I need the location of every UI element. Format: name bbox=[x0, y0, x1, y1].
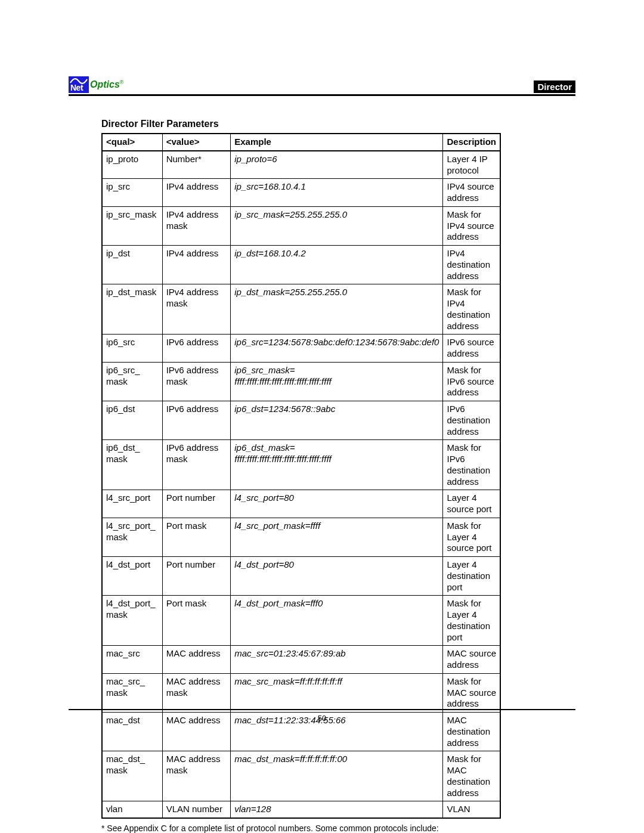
cell-qual: mac_dst_mask bbox=[102, 751, 162, 801]
cell-example: mac_dst_mask=ff:ff:ff:ff:ff:00 bbox=[231, 751, 443, 801]
cell-value: VLAN number bbox=[162, 801, 231, 818]
cell-description: Layer 4 destination port bbox=[443, 557, 500, 596]
logo: Net Optics® bbox=[69, 76, 123, 93]
cell-qual: ip_src_mask bbox=[102, 206, 162, 245]
cell-value: MAC address mask bbox=[162, 673, 231, 712]
cell-value: Port number bbox=[162, 557, 231, 596]
cell-description: Mask for IPv6 source address bbox=[443, 362, 500, 401]
table-row: ip_src_maskIPv4 address maskip_src_mask=… bbox=[102, 206, 500, 245]
cell-value: IPv4 address mask bbox=[162, 206, 231, 245]
cell-description: Mask for IPv4 destination address bbox=[443, 284, 500, 335]
cell-description: Mask for Layer 4 destination port bbox=[443, 596, 500, 646]
page-footer: 50 bbox=[69, 709, 575, 723]
cell-description: Mask for IPv4 source address bbox=[443, 206, 500, 245]
cell-value: Port mask bbox=[162, 518, 231, 556]
table-row: ip6_srcIPv6 addressip6_src=1234:5678:9ab… bbox=[102, 335, 500, 363]
logo-text-net: Net bbox=[70, 83, 83, 92]
cell-qual: vlan bbox=[102, 801, 162, 818]
cell-qual: l4_dst_port bbox=[102, 557, 162, 596]
cell-value: IPv6 address mask bbox=[162, 440, 231, 490]
table-row: l4_dst_portPort numberl4_dst_port=80Laye… bbox=[102, 557, 500, 596]
cell-example: ip6_src_mask=ffff:ffff:ffff:ffff:ffff:ff… bbox=[231, 362, 443, 401]
cell-qual: l4_src_port_mask bbox=[102, 518, 162, 556]
table-row: vlanVLAN numbervlan=128VLAN bbox=[102, 801, 500, 818]
cell-value: IPv6 address mask bbox=[162, 362, 231, 401]
cell-description: Mask for Layer 4 source port bbox=[443, 518, 500, 556]
table-row: mac_dst_maskMAC address maskmac_dst_mask… bbox=[102, 751, 500, 801]
cell-example: l4_dst_port_mask=fff0 bbox=[231, 596, 443, 646]
cell-description: Mask for MAC source address bbox=[443, 673, 500, 712]
table-row: ip_srcIPv4 addressip_src=168.10.4.1IPv4 … bbox=[102, 179, 500, 207]
cell-example: l4_src_port=80 bbox=[231, 490, 443, 518]
col-qual: <qual> bbox=[102, 134, 162, 151]
cell-description: Mask for MAC destination address bbox=[443, 751, 500, 801]
cell-qual: mac_src_mask bbox=[102, 673, 162, 712]
cell-description: IPv4 destination address bbox=[443, 246, 500, 284]
col-value: <value> bbox=[162, 134, 231, 151]
cell-value: IPv6 address bbox=[162, 335, 231, 363]
cell-example: mac_src_mask=ff:ff:ff:ff:ff:ff bbox=[231, 673, 443, 712]
cell-qual: ip_proto bbox=[102, 151, 162, 179]
col-example: Example bbox=[231, 134, 443, 151]
cell-value: Number* bbox=[162, 151, 231, 179]
col-description: Description bbox=[443, 134, 500, 151]
logo-icon: Net bbox=[69, 76, 89, 93]
header-badge: Director bbox=[534, 80, 575, 93]
cell-example: ip_dst_mask=255.255.255.0 bbox=[231, 284, 443, 335]
cell-qual: ip6_dst bbox=[102, 401, 162, 440]
cell-example: l4_src_port_mask=ffff bbox=[231, 518, 443, 556]
cell-example: ip_src=168.10.4.1 bbox=[231, 179, 443, 207]
cell-value: IPv4 address bbox=[162, 246, 231, 284]
logo-text-optics: Optics bbox=[90, 79, 120, 89]
cell-value: IPv4 address bbox=[162, 179, 231, 207]
cell-description: IPv6 destination address bbox=[443, 401, 500, 440]
cell-qual: mac_src bbox=[102, 646, 162, 674]
cell-example: ip_dst=168.10.4.2 bbox=[231, 246, 443, 284]
cell-value: MAC address mask bbox=[162, 751, 231, 801]
page-header: Net Optics® Director bbox=[69, 76, 575, 96]
cell-qual: ip6_src bbox=[102, 335, 162, 363]
cell-description: Layer 4 source port bbox=[443, 490, 500, 518]
cell-example: ip_proto=6 bbox=[231, 151, 443, 179]
page: Net Optics® Director Director Filter Par… bbox=[0, 0, 644, 833]
section-title: Director Filter Parameters bbox=[101, 119, 575, 129]
table-row: ip_dst_maskIPv4 address maskip_dst_mask=… bbox=[102, 284, 500, 335]
cell-qual: l4_dst_port_mask bbox=[102, 596, 162, 646]
cell-qual: ip6_src_mask bbox=[102, 362, 162, 401]
table-row: l4_src_port_maskPort maskl4_src_port_mas… bbox=[102, 518, 500, 556]
cell-qual: ip6_dst_mask bbox=[102, 440, 162, 490]
cell-example: ip6_dst=1234:5678::9abc bbox=[231, 401, 443, 440]
cell-description: MAC source address bbox=[443, 646, 500, 674]
table-row: mac_src_maskMAC address maskmac_src_mask… bbox=[102, 673, 500, 712]
cell-description: Layer 4 IP protocol bbox=[443, 151, 500, 179]
table-row: l4_dst_port_maskPort maskl4_dst_port_mas… bbox=[102, 596, 500, 646]
logo-registered-icon: ® bbox=[120, 79, 124, 85]
table-header-row: <qual> <value> Example Description bbox=[102, 134, 500, 151]
footnote: * See Appendix C for a complete list of … bbox=[101, 823, 575, 833]
cell-value: MAC address bbox=[162, 646, 231, 674]
cell-value: IPv6 address bbox=[162, 401, 231, 440]
cell-qual: ip_dst_mask bbox=[102, 284, 162, 335]
cell-example: ip6_dst_mask=ffff:ffff:ffff:ffff:ffff:ff… bbox=[231, 440, 443, 490]
cell-qual: ip_src bbox=[102, 179, 162, 207]
cell-example: ip_src_mask=255.255.255.0 bbox=[231, 206, 443, 245]
cell-description: Mask for IPv6 destination address bbox=[443, 440, 500, 490]
page-number: 50 bbox=[318, 714, 326, 723]
cell-example: l4_dst_port=80 bbox=[231, 557, 443, 596]
cell-qual: ip_dst bbox=[102, 246, 162, 284]
cell-description: VLAN bbox=[443, 801, 500, 818]
table-row: ip6_dstIPv6 addressip6_dst=1234:5678::9a… bbox=[102, 401, 500, 440]
cell-example: vlan=128 bbox=[231, 801, 443, 818]
table-row: ip_protoNumber*ip_proto=6Layer 4 IP prot… bbox=[102, 151, 500, 179]
table-row: ip_dstIPv4 addressip_dst=168.10.4.2IPv4 … bbox=[102, 246, 500, 284]
cell-value: Port number bbox=[162, 490, 231, 518]
cell-qual: l4_src_port bbox=[102, 490, 162, 518]
cell-description: IPv4 source address bbox=[443, 179, 500, 207]
table-row: l4_src_portPort numberl4_src_port=80Laye… bbox=[102, 490, 500, 518]
table-row: mac_srcMAC addressmac_src=01:23:45:67:89… bbox=[102, 646, 500, 674]
cell-value: Port mask bbox=[162, 596, 231, 646]
cell-example: mac_src=01:23:45:67:89:ab bbox=[231, 646, 443, 674]
cell-description: IPv6 source address bbox=[443, 335, 500, 363]
table-row: ip6_dst_maskIPv6 address maskip6_dst_mas… bbox=[102, 440, 500, 490]
cell-value: IPv4 address mask bbox=[162, 284, 231, 335]
